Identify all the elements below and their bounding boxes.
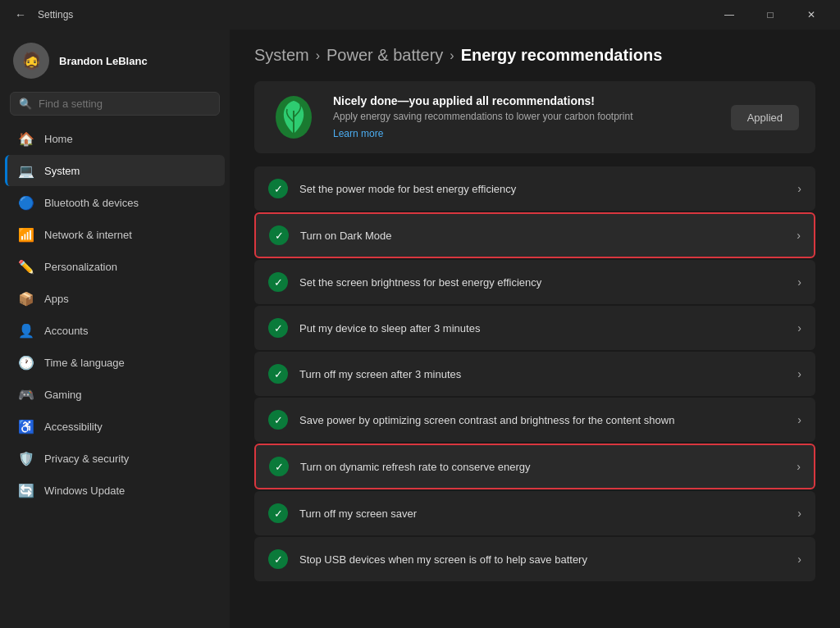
- bluetooth-icon: 🔵: [18, 194, 34, 211]
- sidebar-item-gaming-label: Gaming: [44, 389, 82, 401]
- setting-row-sleep[interactable]: ✓ Put my device to sleep after 3 minutes…: [254, 306, 815, 350]
- sidebar: 🧔 Brandon LeBlanc 🔍 🏠 Home 💻 System 🔵 Bl…: [0, 30, 230, 628]
- avatar: 🧔: [13, 43, 49, 79]
- privacy-icon: 🛡️: [18, 450, 34, 466]
- accounts-icon: 👤: [18, 322, 34, 339]
- sidebar-item-bluetooth-label: Bluetooth & devices: [44, 197, 139, 209]
- setting-label-brightness: Set the screen brightness for best energ…: [299, 276, 786, 289]
- settings-list: ✓ Set the power mode for best energy eff…: [254, 166, 815, 581]
- chevron-icon-screen-saver: ›: [797, 507, 801, 520]
- setting-label-dark-mode: Turn on Dark Mode: [300, 230, 785, 242]
- breadcrumb-current: Energy recommendations: [461, 46, 663, 65]
- check-icon-power-mode: ✓: [268, 179, 288, 198]
- maximize-button[interactable]: □: [751, 2, 789, 27]
- sidebar-item-network[interactable]: 📶 Network & internet: [5, 219, 225, 250]
- time-icon: 🕐: [18, 354, 34, 371]
- check-icon-sleep: ✓: [268, 318, 288, 338]
- close-button[interactable]: ✕: [792, 2, 830, 27]
- chevron-icon-usb: ›: [797, 553, 801, 566]
- main-content: System › Power & battery › Energy recomm…: [230, 30, 840, 628]
- chevron-icon-refresh-rate: ›: [797, 460, 801, 473]
- sidebar-item-gaming[interactable]: 🎮 Gaming: [5, 379, 225, 410]
- energy-banner: Nicely done—you applied all recommendati…: [254, 81, 815, 153]
- sidebar-item-personalization-label: Personalization: [44, 261, 117, 273]
- setting-label-screen-saver: Turn off my screen saver: [299, 507, 786, 520]
- breadcrumb-power[interactable]: Power & battery: [326, 46, 443, 65]
- app-title: Settings: [38, 9, 73, 20]
- search-box[interactable]: 🔍: [10, 92, 220, 116]
- sidebar-item-network-label: Network & internet: [44, 229, 132, 241]
- sidebar-item-privacy[interactable]: 🛡️ Privacy & security: [5, 443, 225, 474]
- sidebar-item-accounts-label: Accounts: [44, 325, 88, 337]
- setting-label-contrast: Save power by optimizing screen contrast…: [299, 414, 786, 426]
- sidebar-item-home[interactable]: 🏠 Home: [5, 123, 225, 154]
- setting-row-screen-off[interactable]: ✓ Turn off my screen after 3 minutes ›: [254, 352, 815, 396]
- chevron-icon-dark-mode: ›: [797, 229, 801, 242]
- system-icon: 💻: [18, 162, 34, 179]
- check-icon-dark-mode: ✓: [269, 225, 289, 245]
- sidebar-item-time[interactable]: 🕐 Time & language: [5, 347, 225, 378]
- sidebar-item-windows-update[interactable]: 🔄 Windows Update: [5, 475, 225, 506]
- sidebar-item-system-label: System: [44, 165, 80, 177]
- accessibility-icon: ♿: [18, 418, 34, 435]
- check-icon-refresh-rate: ✓: [269, 457, 289, 476]
- home-icon: 🏠: [18, 130, 34, 147]
- sidebar-item-time-label: Time & language: [44, 357, 125, 369]
- breadcrumb: System › Power & battery › Energy recomm…: [254, 46, 815, 65]
- setting-row-brightness[interactable]: ✓ Set the screen brightness for best ene…: [254, 260, 815, 304]
- banner-subtitle: Apply energy saving recommendations to l…: [333, 111, 714, 122]
- title-bar-left: ← Settings: [10, 5, 73, 25]
- sidebar-item-apps-label: Apps: [44, 293, 69, 305]
- chevron-icon-brightness: ›: [797, 275, 801, 289]
- window-controls: — □ ✕: [710, 2, 830, 27]
- sidebar-item-windows-update-label: Windows Update: [44, 485, 125, 497]
- chevron-icon-screen-off: ›: [797, 367, 801, 380]
- check-icon-screen-off: ✓: [268, 364, 288, 384]
- sidebar-item-accessibility-label: Accessibility: [44, 421, 103, 433]
- setting-label-refresh-rate: Turn on dynamic refresh rate to conserve…: [300, 461, 785, 473]
- sidebar-item-accounts[interactable]: 👤 Accounts: [5, 315, 225, 346]
- setting-row-dark-mode[interactable]: ✓ Turn on Dark Mode ›: [254, 212, 815, 258]
- banner-text: Nicely done—you applied all recommendati…: [333, 94, 714, 140]
- setting-row-refresh-rate[interactable]: ✓ Turn on dynamic refresh rate to conser…: [254, 444, 815, 489]
- user-profile[interactable]: 🧔 Brandon LeBlanc: [0, 30, 230, 89]
- sidebar-item-bluetooth[interactable]: 🔵 Bluetooth & devices: [5, 187, 225, 218]
- chevron-icon-power-mode: ›: [797, 182, 801, 195]
- breadcrumb-sep-1: ›: [316, 48, 320, 63]
- check-icon-contrast: ✓: [268, 410, 288, 430]
- breadcrumb-system[interactable]: System: [254, 46, 309, 65]
- apps-icon: 📦: [18, 290, 34, 307]
- setting-row-power-mode[interactable]: ✓ Set the power mode for best energy eff…: [254, 166, 815, 211]
- setting-row-contrast[interactable]: ✓ Save power by optimizing screen contra…: [254, 398, 815, 442]
- windows-update-icon: 🔄: [18, 482, 34, 498]
- check-icon-screen-saver: ✓: [268, 503, 288, 523]
- applied-button[interactable]: Applied: [731, 105, 799, 130]
- sidebar-item-personalization[interactable]: ✏️ Personalization: [5, 251, 225, 282]
- setting-label-sleep: Put my device to sleep after 3 minutes: [299, 322, 786, 334]
- user-name: Brandon LeBlanc: [59, 55, 148, 67]
- learn-more-link[interactable]: Learn more: [333, 128, 383, 139]
- chevron-icon-sleep: ›: [797, 321, 801, 334]
- sidebar-item-system[interactable]: 💻 System: [5, 155, 225, 186]
- sidebar-item-accessibility[interactable]: ♿ Accessibility: [5, 411, 225, 442]
- minimize-button[interactable]: —: [710, 2, 748, 27]
- search-input[interactable]: [39, 98, 211, 110]
- sidebar-nav: 🏠 Home 💻 System 🔵 Bluetooth & devices 📶 …: [0, 122, 230, 507]
- sidebar-item-apps[interactable]: 📦 Apps: [5, 283, 225, 314]
- setting-label-power-mode: Set the power mode for best energy effic…: [299, 183, 786, 195]
- gaming-icon: 🎮: [18, 386, 34, 403]
- chevron-icon-contrast: ›: [797, 413, 801, 426]
- app-container: 🧔 Brandon LeBlanc 🔍 🏠 Home 💻 System 🔵 Bl…: [0, 30, 840, 628]
- network-icon: 📶: [18, 226, 34, 243]
- setting-label-screen-off: Turn off my screen after 3 minutes: [299, 368, 786, 380]
- search-icon: 🔍: [19, 98, 32, 110]
- personalization-icon: ✏️: [18, 258, 34, 275]
- setting-row-usb[interactable]: ✓ Stop USB devices when my screen is off…: [254, 537, 815, 581]
- setting-label-usb: Stop USB devices when my screen is off t…: [299, 553, 786, 566]
- leaf-icon: [271, 94, 317, 140]
- back-button[interactable]: ←: [10, 5, 31, 25]
- sidebar-item-privacy-label: Privacy & security: [44, 453, 129, 465]
- setting-row-screen-saver[interactable]: ✓ Turn off my screen saver ›: [254, 491, 815, 535]
- breadcrumb-sep-2: ›: [450, 48, 454, 63]
- title-bar: ← Settings — □ ✕: [0, 0, 840, 30]
